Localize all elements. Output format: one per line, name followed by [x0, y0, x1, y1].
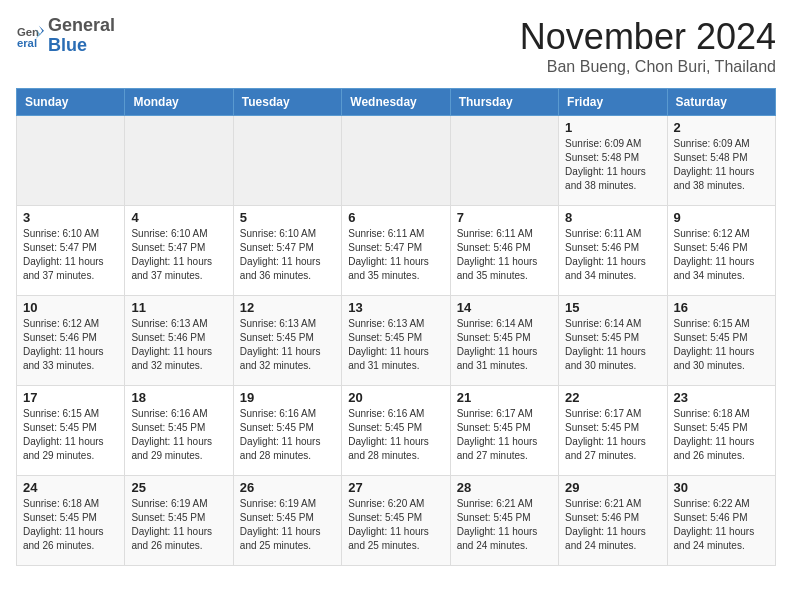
day-number: 6	[348, 210, 443, 225]
day-info: Sunrise: 6:16 AM Sunset: 5:45 PM Dayligh…	[240, 407, 335, 463]
weekday-header-friday: Friday	[559, 89, 667, 116]
day-number: 1	[565, 120, 660, 135]
day-info: Sunrise: 6:15 AM Sunset: 5:45 PM Dayligh…	[23, 407, 118, 463]
day-info: Sunrise: 6:10 AM Sunset: 5:47 PM Dayligh…	[23, 227, 118, 283]
title-block: November 2024 Ban Bueng, Chon Buri, Thai…	[520, 16, 776, 76]
weekday-header-saturday: Saturday	[667, 89, 775, 116]
day-info: Sunrise: 6:20 AM Sunset: 5:45 PM Dayligh…	[348, 497, 443, 553]
day-info: Sunrise: 6:18 AM Sunset: 5:45 PM Dayligh…	[23, 497, 118, 553]
day-info: Sunrise: 6:14 AM Sunset: 5:45 PM Dayligh…	[565, 317, 660, 373]
weekday-header-row: SundayMondayTuesdayWednesdayThursdayFrid…	[17, 89, 776, 116]
calendar-cell: 15Sunrise: 6:14 AM Sunset: 5:45 PM Dayli…	[559, 296, 667, 386]
logo-icon: Gen eral	[16, 22, 44, 50]
day-info: Sunrise: 6:12 AM Sunset: 5:46 PM Dayligh…	[23, 317, 118, 373]
week-row-4: 17Sunrise: 6:15 AM Sunset: 5:45 PM Dayli…	[17, 386, 776, 476]
day-info: Sunrise: 6:22 AM Sunset: 5:46 PM Dayligh…	[674, 497, 769, 553]
day-info: Sunrise: 6:19 AM Sunset: 5:45 PM Dayligh…	[131, 497, 226, 553]
svg-text:eral: eral	[17, 36, 37, 48]
day-info: Sunrise: 6:21 AM Sunset: 5:46 PM Dayligh…	[565, 497, 660, 553]
calendar-cell: 6Sunrise: 6:11 AM Sunset: 5:47 PM Daylig…	[342, 206, 450, 296]
day-number: 29	[565, 480, 660, 495]
day-info: Sunrise: 6:09 AM Sunset: 5:48 PM Dayligh…	[565, 137, 660, 193]
calendar-cell: 11Sunrise: 6:13 AM Sunset: 5:46 PM Dayli…	[125, 296, 233, 386]
day-info: Sunrise: 6:12 AM Sunset: 5:46 PM Dayligh…	[674, 227, 769, 283]
calendar-cell: 4Sunrise: 6:10 AM Sunset: 5:47 PM Daylig…	[125, 206, 233, 296]
week-row-5: 24Sunrise: 6:18 AM Sunset: 5:45 PM Dayli…	[17, 476, 776, 566]
day-number: 28	[457, 480, 552, 495]
calendar-cell: 23Sunrise: 6:18 AM Sunset: 5:45 PM Dayli…	[667, 386, 775, 476]
day-info: Sunrise: 6:13 AM Sunset: 5:45 PM Dayligh…	[348, 317, 443, 373]
location: Ban Bueng, Chon Buri, Thailand	[520, 58, 776, 76]
weekday-header-tuesday: Tuesday	[233, 89, 341, 116]
day-info: Sunrise: 6:11 AM Sunset: 5:46 PM Dayligh…	[457, 227, 552, 283]
day-number: 9	[674, 210, 769, 225]
day-info: Sunrise: 6:18 AM Sunset: 5:45 PM Dayligh…	[674, 407, 769, 463]
day-info: Sunrise: 6:16 AM Sunset: 5:45 PM Dayligh…	[348, 407, 443, 463]
day-info: Sunrise: 6:19 AM Sunset: 5:45 PM Dayligh…	[240, 497, 335, 553]
calendar-cell: 3Sunrise: 6:10 AM Sunset: 5:47 PM Daylig…	[17, 206, 125, 296]
weekday-header-wednesday: Wednesday	[342, 89, 450, 116]
calendar-cell: 19Sunrise: 6:16 AM Sunset: 5:45 PM Dayli…	[233, 386, 341, 476]
day-number: 7	[457, 210, 552, 225]
day-number: 13	[348, 300, 443, 315]
calendar-cell: 25Sunrise: 6:19 AM Sunset: 5:45 PM Dayli…	[125, 476, 233, 566]
calendar-cell: 12Sunrise: 6:13 AM Sunset: 5:45 PM Dayli…	[233, 296, 341, 386]
calendar-cell: 22Sunrise: 6:17 AM Sunset: 5:45 PM Dayli…	[559, 386, 667, 476]
day-info: Sunrise: 6:13 AM Sunset: 5:45 PM Dayligh…	[240, 317, 335, 373]
calendar-cell	[17, 116, 125, 206]
calendar-cell: 14Sunrise: 6:14 AM Sunset: 5:45 PM Dayli…	[450, 296, 558, 386]
day-number: 12	[240, 300, 335, 315]
calendar-body: 1Sunrise: 6:09 AM Sunset: 5:48 PM Daylig…	[17, 116, 776, 566]
calendar-cell	[233, 116, 341, 206]
day-number: 22	[565, 390, 660, 405]
week-row-3: 10Sunrise: 6:12 AM Sunset: 5:46 PM Dayli…	[17, 296, 776, 386]
day-number: 21	[457, 390, 552, 405]
calendar-cell: 26Sunrise: 6:19 AM Sunset: 5:45 PM Dayli…	[233, 476, 341, 566]
day-info: Sunrise: 6:16 AM Sunset: 5:45 PM Dayligh…	[131, 407, 226, 463]
calendar-cell: 20Sunrise: 6:16 AM Sunset: 5:45 PM Dayli…	[342, 386, 450, 476]
month-title: November 2024	[520, 16, 776, 58]
calendar-table: SundayMondayTuesdayWednesdayThursdayFrid…	[16, 88, 776, 566]
logo-general-text: General	[48, 15, 115, 35]
week-row-2: 3Sunrise: 6:10 AM Sunset: 5:47 PM Daylig…	[17, 206, 776, 296]
calendar-cell: 30Sunrise: 6:22 AM Sunset: 5:46 PM Dayli…	[667, 476, 775, 566]
day-info: Sunrise: 6:14 AM Sunset: 5:45 PM Dayligh…	[457, 317, 552, 373]
calendar-cell: 18Sunrise: 6:16 AM Sunset: 5:45 PM Dayli…	[125, 386, 233, 476]
calendar-cell: 5Sunrise: 6:10 AM Sunset: 5:47 PM Daylig…	[233, 206, 341, 296]
calendar-cell: 27Sunrise: 6:20 AM Sunset: 5:45 PM Dayli…	[342, 476, 450, 566]
day-number: 5	[240, 210, 335, 225]
day-number: 26	[240, 480, 335, 495]
page-header: Gen eral General Blue November 2024 Ban …	[16, 16, 776, 76]
day-number: 20	[348, 390, 443, 405]
calendar-cell: 17Sunrise: 6:15 AM Sunset: 5:45 PM Dayli…	[17, 386, 125, 476]
logo: Gen eral General Blue	[16, 16, 115, 56]
calendar-cell: 16Sunrise: 6:15 AM Sunset: 5:45 PM Dayli…	[667, 296, 775, 386]
day-info: Sunrise: 6:10 AM Sunset: 5:47 PM Dayligh…	[240, 227, 335, 283]
day-number: 24	[23, 480, 118, 495]
day-info: Sunrise: 6:15 AM Sunset: 5:45 PM Dayligh…	[674, 317, 769, 373]
calendar-cell: 10Sunrise: 6:12 AM Sunset: 5:46 PM Dayli…	[17, 296, 125, 386]
calendar-cell: 2Sunrise: 6:09 AM Sunset: 5:48 PM Daylig…	[667, 116, 775, 206]
day-number: 14	[457, 300, 552, 315]
day-info: Sunrise: 6:17 AM Sunset: 5:45 PM Dayligh…	[565, 407, 660, 463]
day-number: 16	[674, 300, 769, 315]
calendar-cell	[125, 116, 233, 206]
calendar-cell: 24Sunrise: 6:18 AM Sunset: 5:45 PM Dayli…	[17, 476, 125, 566]
calendar-header: SundayMondayTuesdayWednesdayThursdayFrid…	[17, 89, 776, 116]
day-number: 2	[674, 120, 769, 135]
calendar-cell: 8Sunrise: 6:11 AM Sunset: 5:46 PM Daylig…	[559, 206, 667, 296]
day-number: 15	[565, 300, 660, 315]
calendar-cell: 1Sunrise: 6:09 AM Sunset: 5:48 PM Daylig…	[559, 116, 667, 206]
day-info: Sunrise: 6:10 AM Sunset: 5:47 PM Dayligh…	[131, 227, 226, 283]
calendar-cell: 7Sunrise: 6:11 AM Sunset: 5:46 PM Daylig…	[450, 206, 558, 296]
day-number: 4	[131, 210, 226, 225]
calendar-cell: 21Sunrise: 6:17 AM Sunset: 5:45 PM Dayli…	[450, 386, 558, 476]
day-number: 30	[674, 480, 769, 495]
calendar-cell	[342, 116, 450, 206]
day-info: Sunrise: 6:17 AM Sunset: 5:45 PM Dayligh…	[457, 407, 552, 463]
day-number: 10	[23, 300, 118, 315]
week-row-1: 1Sunrise: 6:09 AM Sunset: 5:48 PM Daylig…	[17, 116, 776, 206]
calendar-cell: 9Sunrise: 6:12 AM Sunset: 5:46 PM Daylig…	[667, 206, 775, 296]
day-number: 3	[23, 210, 118, 225]
day-info: Sunrise: 6:13 AM Sunset: 5:46 PM Dayligh…	[131, 317, 226, 373]
